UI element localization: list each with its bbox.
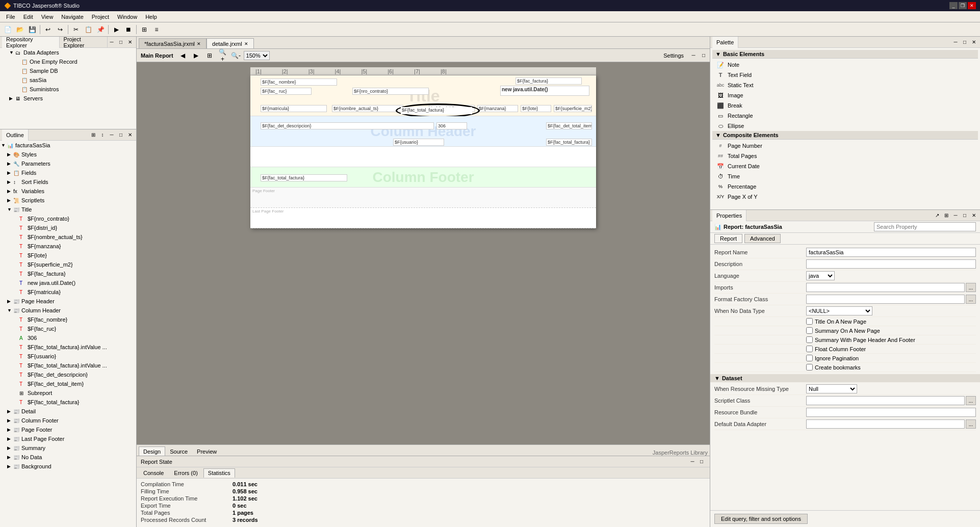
report-panel-maximize[interactable]: □ (700, 51, 708, 60)
outline-title[interactable]: ▼ 📰 Title (0, 205, 136, 214)
report-panel-minimize[interactable]: ─ (689, 51, 698, 60)
no-data-select[interactable]: <NULL> NoPages BlankPage AllSectionsNoDe… (806, 306, 872, 315)
tab-project-explorer[interactable]: Project Explorer (60, 37, 108, 48)
outline-parameters[interactable]: ▶ 🔧 Parameters (0, 159, 136, 168)
expander[interactable]: ▶ (7, 152, 13, 157)
outline-fac-nombre[interactable]: T $F{fac_nombre} (0, 315, 136, 324)
scriptlet-btn[interactable]: ... (966, 396, 976, 405)
undo-btn[interactable]: ↩ (42, 24, 54, 35)
tab-detalle[interactable]: detalle.jrxml ✕ (207, 38, 254, 48)
expander[interactable]: ▶ (7, 455, 13, 460)
palette-close[interactable]: ✕ (970, 38, 978, 46)
expander[interactable]: ▼ (7, 308, 13, 313)
tab-source[interactable]: Source (165, 446, 192, 456)
summary-new-page-cb[interactable] (806, 327, 813, 334)
bookmarks-cb[interactable] (806, 364, 813, 371)
minimize-btn[interactable]: _ (949, 2, 958, 9)
expander[interactable]: ▼ (1, 143, 7, 148)
outline-fac-ruc[interactable]: T $F{fac_ruc} (0, 324, 136, 333)
main-report-tab[interactable]: Main Report (139, 52, 175, 59)
tab-advanced[interactable]: Advanced (744, 234, 781, 243)
outline-page-header[interactable]: ▶ 📰 Page Header (0, 297, 136, 306)
resource-missing-select[interactable]: Null (806, 384, 857, 393)
canvas-wrapper[interactable]: |1| |2| |3| |4| |5| |6| |7| |8| Title $F… (137, 62, 710, 444)
field-manzana[interactable]: $F{manzana} (477, 105, 518, 112)
tab-console[interactable]: Console (139, 468, 168, 478)
summary-header-label[interactable]: Summary With Page Header And Footer (806, 336, 976, 343)
palette-rectangle[interactable]: ▭ Rectangle (712, 111, 978, 121)
tree-servers[interactable]: ▶ 🖥 Servers (0, 94, 136, 103)
title-new-page-label[interactable]: Title On A New Page (806, 318, 976, 325)
ch-usuario[interactable]: $F{usuario} (393, 139, 444, 146)
title-new-page-cb[interactable] (806, 318, 813, 325)
tab-statistics[interactable]: Statistics (203, 468, 235, 478)
ch-fac-det-total[interactable]: $F{fac_det_total_item} (546, 122, 592, 129)
outline-field-factura[interactable]: T $F{fac_factura} (0, 269, 136, 278)
expander[interactable]: ▶ (7, 436, 13, 441)
expander[interactable]: ▶ (7, 198, 13, 203)
outline-sort-fields[interactable]: ▶ ↕ Sort Fields (0, 177, 136, 187)
outline-field-superficie[interactable]: T $F{superficie_m2} (0, 260, 136, 269)
palette-total-pages[interactable]: ## Total Pages (712, 151, 978, 161)
outline-maximize[interactable]: □ (117, 131, 125, 139)
field-superficie[interactable]: $F{superficie_m2} (554, 105, 592, 112)
expander[interactable]: ▶ (7, 161, 13, 166)
palette-image[interactable]: 🖼 Image (712, 90, 978, 100)
palette-page-number[interactable]: # Page Number (712, 141, 978, 151)
outline-btn1[interactable]: ⊞ (89, 131, 97, 139)
copy-btn[interactable]: 📋 (83, 24, 94, 35)
outline-background[interactable]: ▶ 📰 Background (0, 462, 136, 471)
align-btn[interactable]: ⊞ (139, 24, 150, 35)
report-zoom-fit[interactable]: ⊞ (204, 50, 215, 61)
tab-errors[interactable]: Errors (0) (169, 468, 202, 478)
outline-btn2[interactable]: ↕ (98, 131, 107, 139)
state-maximize[interactable]: □ (698, 458, 706, 466)
stop-btn[interactable]: ⏹ (123, 24, 134, 35)
new-date-field[interactable]: new java.util.Date() (500, 86, 589, 96)
props-icon1[interactable]: ↗ (933, 212, 941, 220)
palette-section-basic[interactable]: ▼ Basic Elements (712, 50, 978, 59)
expander[interactable]: ▶ (7, 299, 13, 304)
outline-summary[interactable]: ▶ 📰 Summary (0, 443, 136, 453)
expander[interactable]: ▶ (7, 409, 13, 414)
outline-styles[interactable]: ▶ 🎨 Styles (0, 150, 136, 159)
outline-scriptlets[interactable]: ▶ 📜 Scriptlets (0, 196, 136, 205)
tab-outline[interactable]: Outline (2, 129, 29, 141)
data-adapter-btn[interactable]: ... (966, 419, 976, 429)
float-column-label[interactable]: Float Column Footer (806, 346, 976, 352)
tab-close-icon[interactable]: ✕ (244, 41, 248, 46)
explorer-maximize[interactable]: □ (117, 38, 125, 46)
zoom-select[interactable]: 150% 100% 75% 50% (244, 51, 270, 60)
field-lote[interactable]: $F{lote} (521, 105, 551, 112)
palette-note[interactable]: 📝 Note (712, 60, 978, 70)
field-matricula[interactable]: $F{matricula} (261, 105, 327, 112)
outline-subreport[interactable]: ⊞ Subreport (0, 388, 136, 398)
summary-header-cb[interactable] (806, 336, 813, 343)
ignore-pagination-cb[interactable] (806, 355, 813, 361)
outline-root[interactable]: ▼ 📊 facturaSasSia (0, 141, 136, 150)
ch-fac-total2[interactable]: $F{fac_total_factura} (546, 139, 592, 146)
palette-break[interactable]: ⬛ Break (712, 100, 978, 111)
expander[interactable]: ▶ (7, 179, 13, 185)
run-btn[interactable]: ▶ (111, 24, 122, 35)
field-fac-ruc[interactable]: $F{fac_ ruc} (261, 88, 312, 95)
format-factory-btn[interactable]: ... (966, 295, 976, 304)
edit-query-btn[interactable]: Edit query, filter and sort options (714, 514, 808, 524)
bookmarks-label[interactable]: Create bookmarks (806, 364, 976, 371)
tree-sasssia[interactable]: 📋 sasSia (0, 75, 136, 85)
menu-project[interactable]: Project (88, 13, 113, 21)
tree-sample-db[interactable]: 📋 Sample DB (0, 66, 136, 75)
imports-input[interactable] (806, 283, 965, 292)
report-zoom-in[interactable]: 🔍+ (217, 50, 228, 61)
tab-palette[interactable]: Palette (712, 37, 738, 48)
outline-field-nro[interactable]: T $F{nro_contrato} (0, 214, 136, 223)
outline-fac-det-desc[interactable]: T $F{fac_det_descripcion} (0, 370, 136, 379)
field-fac-nombre[interactable]: $F{fac_ nombre} (261, 78, 337, 86)
outline-detail[interactable]: ▶ 📰 Detail (0, 407, 136, 416)
menu-window[interactable]: Window (113, 13, 141, 21)
palette-percentage[interactable]: % Percentage (712, 181, 978, 192)
scriptlet-input[interactable] (806, 396, 965, 405)
outline-matricula[interactable]: T $F{matricula} (0, 287, 136, 297)
palette-page-x-of-y[interactable]: X/Y Page X of Y (712, 192, 978, 202)
expander[interactable]: ▶ (7, 189, 13, 194)
